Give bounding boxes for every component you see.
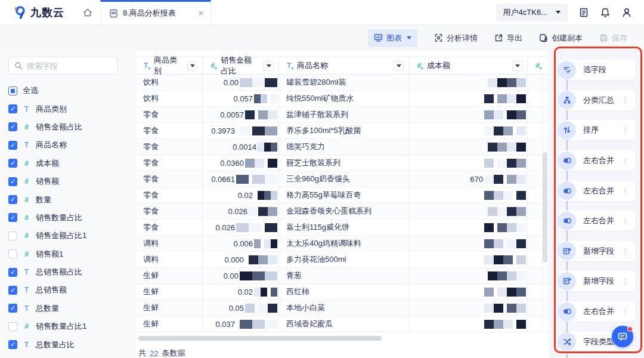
checked-checkbox-icon[interactable]: ✓ xyxy=(8,177,17,186)
kebab-menu-icon[interactable]: ⋮ xyxy=(620,126,630,135)
field-item[interactable]: ✓#销售额 xyxy=(8,172,128,190)
checked-checkbox-icon[interactable]: ✓ xyxy=(8,122,17,131)
cell-cost xyxy=(409,155,528,171)
table-row[interactable]: 零食0.0360丽芝士散装系列 xyxy=(136,155,549,171)
table-row[interactable]: 零食0.3973养乐多100ml*5乳酸菌 xyxy=(136,123,549,139)
tab-close-icon[interactable]: × xyxy=(197,8,205,18)
home-button[interactable] xyxy=(75,0,100,24)
table-row[interactable]: 零食0.02格力高55g草莓味百奇 xyxy=(136,187,549,203)
filter-dropdown-icon[interactable] xyxy=(187,61,197,71)
cell-extra xyxy=(528,236,543,251)
kebab-menu-icon[interactable]: ⋮ xyxy=(620,95,630,104)
vertical-scrollbar[interactable] xyxy=(543,152,547,263)
step-item[interactable]: 排序⋮ xyxy=(549,115,644,146)
kebab-menu-icon[interactable]: ⋮ xyxy=(620,246,630,255)
support-chat-button[interactable] xyxy=(612,326,633,347)
step-item[interactable]: 左右合并⋮ xyxy=(549,206,644,236)
column-header[interactable]: #成本额 xyxy=(409,57,528,74)
checked-checkbox-icon[interactable]: ✓ xyxy=(8,340,17,349)
column-header[interactable]: #销售金额占比 xyxy=(203,57,279,74)
field-item[interactable]: ✓#销售金额占比 xyxy=(8,118,128,136)
step-item[interactable]: 左右合并⋮ xyxy=(549,297,644,327)
filter-dropdown-icon[interactable] xyxy=(394,61,404,71)
column-header[interactable]: # xyxy=(528,57,542,74)
field-item[interactable]: #销售金额占比1 xyxy=(8,227,128,245)
field-item[interactable]: ✓#数量 xyxy=(8,190,128,208)
table-row[interactable]: 调料0.006太太乐40g鸡精调味料 xyxy=(136,236,549,252)
save-button[interactable]: 保存 xyxy=(599,33,627,44)
field-item[interactable]: ✓T总数量 xyxy=(8,300,128,317)
checked-checkbox-icon[interactable]: ✓ xyxy=(8,268,17,277)
field-item[interactable]: ✓T商品名称 xyxy=(8,136,128,154)
cell-category: 生鲜 xyxy=(136,300,203,316)
step-item[interactable]: 左右合并⋮ xyxy=(549,146,644,176)
field-label: 销售数量占比1 xyxy=(36,321,86,332)
kebab-menu-icon[interactable]: ⋮ xyxy=(620,277,630,286)
kebab-menu-icon[interactable]: ⋮ xyxy=(620,156,630,165)
select-all-checkbox[interactable]: 全选 xyxy=(8,82,128,100)
analysis-detail-button[interactable]: 分析详情 xyxy=(434,33,478,44)
search-icon xyxy=(14,61,23,70)
checked-checkbox-icon[interactable]: ✓ xyxy=(8,104,17,113)
checked-checkbox-icon[interactable]: ✓ xyxy=(8,304,17,313)
field-label: 销售金额占比 xyxy=(36,122,82,132)
user-dropdown[interactable]: 用户4cTK6... xyxy=(496,4,568,21)
table-row[interactable]: 零食0.0661三全960g奶香馒头670 xyxy=(136,171,549,187)
export-button[interactable]: 导出 xyxy=(494,33,522,44)
unchecked-checkbox-icon[interactable] xyxy=(8,322,17,331)
kebab-menu-icon[interactable]: ⋮ xyxy=(620,307,630,316)
horizontal-scrollbar[interactable] xyxy=(138,336,382,341)
checked-checkbox-icon[interactable]: ✓ xyxy=(8,141,17,150)
table-row[interactable]: 调料0.000多力葵花油500ml xyxy=(136,252,549,268)
table-row[interactable]: 生鲜0.037西域香妃蜜瓜 xyxy=(136,316,549,332)
table-row[interactable]: 生鲜0.00青葱 xyxy=(136,268,549,284)
table-row[interactable]: 生鲜0.05本地小白菜 xyxy=(136,300,549,316)
table-row[interactable]: 零食0.0014德芙巧克力 xyxy=(136,139,549,155)
cell-category: 零食 xyxy=(136,171,203,187)
notifications-button[interactable] xyxy=(600,7,611,18)
table-row[interactable]: 饮料0.057纯悦550ml矿物质水 xyxy=(136,91,549,107)
table-row[interactable]: 零食0.0057盐津铺子散装系列 xyxy=(136,107,549,123)
field-item[interactable]: ✓T总数量占比 xyxy=(8,335,128,353)
step-item[interactable]: 分类汇总⋮ xyxy=(549,85,644,116)
filter-dropdown-icon[interactable] xyxy=(512,61,522,71)
redacted-value xyxy=(249,207,277,216)
table-row[interactable]: 零食0.026嘉士利115g威化饼 xyxy=(136,220,549,236)
table-row[interactable]: 零食0.026金冠森香颂夹心蛋糕系列 xyxy=(136,203,549,220)
field-item[interactable]: #销售数量占比1 xyxy=(8,317,128,335)
step-item[interactable]: 新增字段⋮ xyxy=(549,266,644,297)
step-item[interactable]: 选字段 xyxy=(549,55,644,85)
step-item[interactable]: 左右合并⋮ xyxy=(549,175,644,206)
field-item[interactable]: ✓T商品类别 xyxy=(8,100,128,118)
checked-checkbox-icon[interactable]: ✓ xyxy=(8,286,17,295)
kebab-menu-icon[interactable]: ⋮ xyxy=(620,186,630,195)
cell-sales-ratio: 0.02 xyxy=(203,187,279,203)
duplicate-button[interactable]: 创建副本 xyxy=(539,33,583,44)
table-row[interactable]: 生鲜0.02西红柿 xyxy=(136,284,549,300)
field-search[interactable] xyxy=(8,57,118,75)
unchecked-checkbox-icon[interactable] xyxy=(8,232,17,240)
field-item[interactable]: ✓#成本额 xyxy=(8,155,128,172)
field-item[interactable]: ✓#销售数量占比 xyxy=(8,209,128,227)
field-label: 销售额 xyxy=(36,176,59,187)
account-button[interactable] xyxy=(621,7,632,18)
cell-product-name: 多力葵花油500ml xyxy=(279,252,409,267)
unchecked-checkbox-icon[interactable] xyxy=(8,249,17,258)
field-item[interactable]: ✓T总销售额 xyxy=(8,281,128,299)
tab-report[interactable]: 8.商品分析报表 × xyxy=(100,0,211,24)
checked-checkbox-icon[interactable]: ✓ xyxy=(8,213,17,222)
search-input[interactable] xyxy=(27,61,110,70)
clipboard-button[interactable] xyxy=(578,7,589,18)
checked-checkbox-icon[interactable]: ✓ xyxy=(8,195,17,204)
filter-dropdown-icon[interactable] xyxy=(264,61,274,71)
column-header[interactable]: T商品名称 xyxy=(279,57,409,74)
field-item[interactable]: ✓T总销售额占比 xyxy=(8,263,128,281)
checked-checkbox-icon[interactable]: ✓ xyxy=(8,159,17,168)
column-header[interactable]: T商品类别 xyxy=(136,57,203,74)
cell-cost xyxy=(409,284,528,300)
kebab-menu-icon[interactable]: ⋮ xyxy=(620,217,630,226)
field-item[interactable]: #销售额1 xyxy=(8,245,128,263)
step-item[interactable]: 新增字段⋮ xyxy=(549,236,644,267)
table-row[interactable]: 饮料0.00罐装雪碧280ml装 xyxy=(136,75,549,91)
chart-view-button[interactable]: 图表 xyxy=(368,29,417,47)
